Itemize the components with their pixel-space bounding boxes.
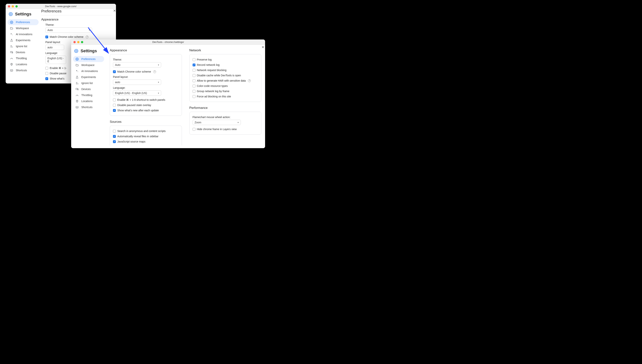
svg-point-9 (76, 50, 77, 52)
devices-icon (10, 50, 13, 54)
sidebar-item-preferences[interactable]: Preferences (8, 19, 39, 25)
svg-rect-14 (76, 106, 78, 108)
match-color-scheme-checkbox[interactable]: Match Chrome color scheme? (113, 69, 179, 74)
sparkle-icon (10, 32, 13, 36)
checkbox-icon (113, 135, 116, 138)
disable-cache-checkbox[interactable]: Disable cache while DevTools is open (193, 73, 258, 78)
sidebar-item-experiments[interactable]: Experiments (73, 74, 104, 80)
group-by-frame-checkbox[interactable]: Group network log by frame (193, 88, 258, 94)
svg-rect-11 (76, 88, 78, 90)
chevron-down-icon: ▾ (238, 121, 239, 124)
language-select[interactable]: English (US) - E (45, 56, 66, 64)
sidebar-item-ignore[interactable]: Ignore list (8, 43, 39, 49)
sidebar-item-throttling[interactable]: Throttling (73, 92, 104, 98)
help-icon[interactable]: ? (86, 36, 89, 38)
preserve-log-checkbox[interactable]: Preserve log (193, 57, 258, 62)
sidebar-item-ai[interactable]: AI innovations (8, 31, 39, 37)
sidebar-item-shortcuts[interactable]: Shortcuts (73, 104, 104, 110)
titlebar-title: DevTools - chrome://settings/ (71, 40, 265, 44)
minimize-traffic-light[interactable] (12, 5, 14, 8)
appearance-card: Theme: Auto▾ Match Chrome color scheme? … (110, 54, 182, 116)
checkbox-icon (45, 67, 48, 70)
sidebar-item-ignore[interactable]: Ignore list (73, 80, 104, 86)
page-title: Preferences (41, 9, 112, 16)
ignore-list-icon (75, 82, 79, 85)
flask-icon (75, 76, 79, 79)
help-icon[interactable]: ? (153, 70, 156, 73)
auto-reveal-checkbox[interactable]: Automatically reveal files in sidebar (113, 134, 179, 139)
content-area: ✕ Appearance Theme: Auto▾ Match Chrome c… (106, 45, 265, 148)
sidebar-item-label: Experiments (16, 39, 31, 42)
settings-heading: Settings (81, 48, 97, 54)
chrome-aperture-icon (74, 49, 78, 53)
folder-icon (10, 26, 13, 30)
maximize-traffic-light[interactable] (16, 5, 18, 8)
sidebar-item-shortcuts[interactable]: Shortcuts (8, 67, 39, 73)
close-traffic-light[interactable] (8, 5, 10, 8)
checkbox-icon (113, 130, 116, 132)
record-network-checkbox[interactable]: Record network log (193, 62, 258, 68)
sidebar-item-ai[interactable]: AI innovations (73, 68, 104, 74)
maximize-traffic-light[interactable] (81, 41, 83, 43)
language-select[interactable]: English (US) - English (US)▾ (113, 90, 161, 96)
search-scripts-checkbox[interactable]: Search in anonymous and content scripts (113, 128, 179, 134)
js-source-maps-checkbox[interactable]: JavaScript source maps (113, 139, 179, 144)
checkbox-icon (193, 58, 195, 61)
close-icon[interactable]: ✕ (262, 45, 264, 49)
sidebar-item-locations[interactable]: Locations (73, 98, 104, 104)
show-whats-new-checkbox[interactable]: Show what's new after each update (113, 108, 179, 113)
sidebar-item-label: Locations (16, 63, 27, 66)
match-color-scheme-checkbox[interactable]: Match Chrome color scheme? (45, 34, 112, 40)
sidebar-item-label: Ignore list (16, 45, 27, 48)
sidebar-item-devices[interactable]: Devices (73, 86, 104, 92)
disable-pause-checkbox[interactable]: Disable paused state overlay (113, 102, 179, 108)
chevron-down-icon: ▾ (158, 81, 159, 84)
hide-chrome-frame-checkbox[interactable]: Hide chrome frame in Layers view (193, 126, 258, 132)
checkbox-icon (45, 72, 48, 75)
checkbox-icon (45, 36, 48, 38)
sidebar: Settings Preferences Workspace AI innova… (71, 45, 106, 148)
sidebar-item-workspace[interactable]: Workspace (73, 62, 104, 68)
sidebar-item-label: Workspace (16, 27, 29, 30)
folder-icon (75, 63, 79, 67)
minimize-traffic-light[interactable] (77, 41, 79, 43)
keyboard-icon (75, 106, 79, 109)
network-card: Preserve log Record network log Network … (189, 54, 262, 102)
close-icon[interactable]: ✕ (113, 9, 116, 13)
sidebar-item-throttling[interactable]: Throttling (8, 55, 39, 61)
theme-select[interactable]: Auto▾ (45, 28, 92, 33)
svg-point-2 (11, 22, 12, 22)
section-network: Network (189, 48, 262, 52)
color-code-checkbox[interactable]: Color-code resource types (193, 83, 258, 88)
sidebar-item-experiments[interactable]: Experiments (8, 37, 39, 43)
enable-shortcut-checkbox[interactable]: Enable ⌘ + 1-9 shortcut to switch panels (113, 97, 179, 102)
performance-card: Flamechart mouse wheel action: Zoom▾ Hid… (189, 112, 262, 134)
theme-select[interactable]: Auto▾ (113, 62, 161, 68)
sources-card: Search in anonymous and content scripts … (110, 126, 182, 145)
sidebar-item-devices[interactable]: Devices (8, 49, 39, 55)
sidebar-item-label: Experiments (81, 76, 96, 78)
sidebar-item-workspace[interactable]: Workspace (8, 25, 39, 31)
checkbox-icon (113, 98, 116, 101)
gear-icon (10, 20, 13, 24)
wheel-action-select[interactable]: Zoom▾ (193, 120, 241, 125)
titlebar: DevTools - www.google.com/ (6, 4, 116, 9)
help-icon[interactable]: ? (248, 79, 251, 82)
close-traffic-light[interactable] (73, 41, 76, 43)
gauge-icon (10, 56, 13, 60)
sidebar-item-label: AI innovations (16, 33, 32, 36)
force-ad-block-checkbox[interactable]: Force ad blocking on this site (193, 94, 258, 99)
chevron-down-icon: ▾ (89, 29, 90, 32)
har-sensitive-checkbox[interactable]: Allow to generate HAR with sensitive dat… (193, 78, 258, 83)
svg-rect-12 (78, 88, 78, 90)
sidebar-item-locations[interactable]: Locations (8, 61, 39, 67)
request-blocking-checkbox[interactable]: Network request blocking (193, 68, 258, 73)
svg-rect-4 (12, 52, 13, 53)
devices-icon (75, 88, 79, 91)
sidebar-item-label: Shortcuts (16, 69, 27, 72)
sidebar-item-preferences[interactable]: Preferences (73, 56, 104, 62)
panel-layout-select[interactable]: auto▾ (113, 80, 161, 85)
sidebar-item-label: Preferences (16, 21, 30, 24)
checkbox-icon (113, 140, 116, 143)
panel-layout-select[interactable]: auto (45, 45, 64, 50)
